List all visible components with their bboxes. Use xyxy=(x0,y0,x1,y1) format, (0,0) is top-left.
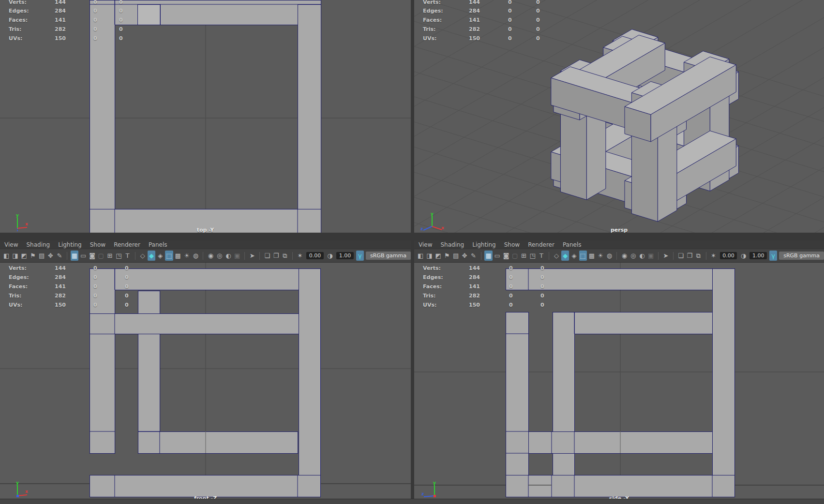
textured-icon[interactable]: ◈ xyxy=(570,251,578,261)
xray-icon[interactable]: ◍ xyxy=(192,251,199,261)
menu-panels[interactable]: Panels xyxy=(563,241,582,248)
select-tool-icon[interactable]: ➤ xyxy=(248,251,256,261)
camera-lock-icon[interactable]: ◨ xyxy=(11,251,19,261)
camera-icon[interactable]: ◧ xyxy=(2,251,10,261)
menu-panels[interactable]: Panels xyxy=(149,241,167,248)
toolbar-separator xyxy=(481,252,481,260)
safe-action-icon[interactable]: ◳ xyxy=(529,251,537,261)
lights-icon[interactable]: ☀ xyxy=(183,251,191,261)
mesh-side-view xyxy=(414,263,824,503)
occlusion-icon[interactable]: ▣ xyxy=(233,251,241,261)
wireframe-on-shaded-icon[interactable]: ⬚ xyxy=(579,251,587,261)
pan-zoom-icon[interactable]: ✥ xyxy=(461,251,468,261)
camera-settings-icon[interactable]: ◩ xyxy=(434,251,442,261)
menu-view[interactable]: View xyxy=(419,241,432,248)
menu-lighting[interactable]: Lighting xyxy=(58,241,82,248)
exposure-field[interactable]: 0.00 xyxy=(306,252,324,259)
safe-action-icon[interactable]: ◳ xyxy=(115,251,122,261)
viewport-front[interactable]: ViewShadingLightingShowRendererPanels ◧◨… xyxy=(0,240,411,504)
viewport-top[interactable]: Verts:14400Edges:28400Faces:14100Tris:28… xyxy=(0,0,411,233)
default-light-icon[interactable]: ◉ xyxy=(207,251,214,261)
gate-mask-icon[interactable]: ▢ xyxy=(511,251,519,261)
exposure-icon[interactable]: ✶ xyxy=(296,251,304,261)
toolbar-separator xyxy=(292,252,293,260)
grid-icon[interactable]: ▦ xyxy=(484,251,492,261)
wireframe-on-shaded-icon[interactable]: ⬚ xyxy=(165,251,173,261)
image-plane-toggle-icon[interactable]: ⧉ xyxy=(281,251,289,261)
exposure-icon[interactable]: ✶ xyxy=(709,251,717,261)
default-light-icon[interactable]: ◉ xyxy=(620,251,628,261)
field-chart-icon[interactable]: ⊞ xyxy=(520,251,527,261)
mesh-persp-view xyxy=(414,0,824,233)
gamma-icon[interactable]: γ xyxy=(769,251,777,261)
menu-shading[interactable]: Shading xyxy=(440,241,464,248)
menu-shading[interactable]: Shading xyxy=(26,241,50,248)
bookmark-icon[interactable]: ⚑ xyxy=(443,251,451,261)
camera-settings-icon[interactable]: ◩ xyxy=(20,251,28,261)
resolution-gate-icon[interactable]: ◙ xyxy=(502,251,510,261)
toolbar-separator xyxy=(244,252,245,260)
contrast-icon[interactable]: ◑ xyxy=(326,251,334,261)
select-tool-icon[interactable]: ➤ xyxy=(662,251,670,261)
gamma-field[interactable]: 1.00 xyxy=(336,252,354,259)
mesh-front-view xyxy=(0,263,411,503)
textured-icon[interactable]: ◈ xyxy=(156,251,164,261)
pan-zoom-icon[interactable]: ✥ xyxy=(46,251,54,261)
all-lights-icon[interactable]: ◎ xyxy=(629,251,637,261)
panel-menubar-front: ViewShadingLightingShowRendererPanels xyxy=(0,240,411,249)
wireframe-icon[interactable]: ◇ xyxy=(553,251,560,261)
xray-icon[interactable]: ◍ xyxy=(605,251,613,261)
colorspace-button[interactable]: sRGB gamma xyxy=(779,252,824,260)
toolbar-separator xyxy=(259,252,260,260)
smooth-shade-icon[interactable]: ◆ xyxy=(148,251,155,261)
contrast-icon[interactable]: ◑ xyxy=(739,251,747,261)
shadows-icon[interactable]: ◐ xyxy=(225,251,232,261)
toolbar-separator xyxy=(135,252,135,260)
menu-show[interactable]: Show xyxy=(90,241,105,248)
camera-icon[interactable]: ◧ xyxy=(417,251,424,261)
grid-icon[interactable]: ▦ xyxy=(71,251,78,261)
resolution-gate-icon[interactable]: ◙ xyxy=(88,251,96,261)
occlusion-icon[interactable]: ▣ xyxy=(647,251,655,261)
lights-icon[interactable]: ☀ xyxy=(597,251,604,261)
safe-title-icon[interactable]: T xyxy=(123,251,131,261)
checker-icon[interactable]: ▩ xyxy=(174,251,182,261)
viewport-persp[interactable]: Verts:14400Edges:28400Faces:14100Tris:28… xyxy=(414,0,824,233)
gamma-icon[interactable]: γ xyxy=(356,251,364,261)
film-gate-icon[interactable]: ▭ xyxy=(494,251,501,261)
grease-pencil-icon[interactable]: ✎ xyxy=(56,251,63,261)
isolate-select-icon[interactable]: ❏ xyxy=(263,251,271,261)
toolbar-separator xyxy=(203,252,203,260)
exposure-field[interactable]: 0.00 xyxy=(720,252,737,259)
gate-mask-icon[interactable]: ▢ xyxy=(97,251,105,261)
checker-icon[interactable]: ▩ xyxy=(588,251,596,261)
gamma-field[interactable]: 1.00 xyxy=(749,252,767,259)
image-plane-toggle-icon[interactable]: ⧉ xyxy=(694,251,702,261)
menu-lighting[interactable]: Lighting xyxy=(472,241,496,248)
camera-lock-icon[interactable]: ◨ xyxy=(425,251,433,261)
image-plane-icon[interactable]: ▤ xyxy=(38,251,45,261)
isolate-add-icon[interactable]: ❐ xyxy=(686,251,693,261)
shadows-icon[interactable]: ◐ xyxy=(638,251,646,261)
all-lights-icon[interactable]: ◎ xyxy=(216,251,224,261)
grease-pencil-icon[interactable]: ✎ xyxy=(469,251,477,261)
smooth-shade-icon[interactable]: ◆ xyxy=(561,251,569,261)
isolate-add-icon[interactable]: ❐ xyxy=(272,251,280,261)
wireframe-icon[interactable]: ◇ xyxy=(139,251,147,261)
menu-renderer[interactable]: Renderer xyxy=(114,241,140,248)
field-chart-icon[interactable]: ⊞ xyxy=(106,251,114,261)
safe-title-icon[interactable]: T xyxy=(538,251,545,261)
viewport-side[interactable]: ViewShadingLightingShowRendererPanels ◧◨… xyxy=(414,240,824,504)
colorspace-button[interactable]: sRGB gamma xyxy=(366,252,411,260)
menu-view[interactable]: View xyxy=(4,241,18,248)
toolbar-separator xyxy=(549,252,549,260)
film-gate-icon[interactable]: ▭ xyxy=(79,251,87,261)
menu-show[interactable]: Show xyxy=(504,241,520,248)
isolate-select-icon[interactable]: ❏ xyxy=(677,251,685,261)
toolbar-separator xyxy=(673,252,674,260)
bookmark-icon[interactable]: ⚑ xyxy=(29,251,37,261)
image-plane-icon[interactable]: ▤ xyxy=(452,251,460,261)
menu-renderer[interactable]: Renderer xyxy=(528,241,554,248)
panel-toolbar-front: ◧◨◩⚑▤✥✎▦▭◙▢⊞◳T◇◆◈⬚▩☀◍◉◎◐▣➤❏❐⧉✶0.00◑1.00γ… xyxy=(0,249,411,263)
panel-toolbar-side: ◧◨◩⚑▤✥✎▦▭◙▢⊞◳T◇◆◈⬚▩☀◍◉◎◐▣➤❏❐⧉✶0.00◑1.00γ… xyxy=(414,249,824,263)
